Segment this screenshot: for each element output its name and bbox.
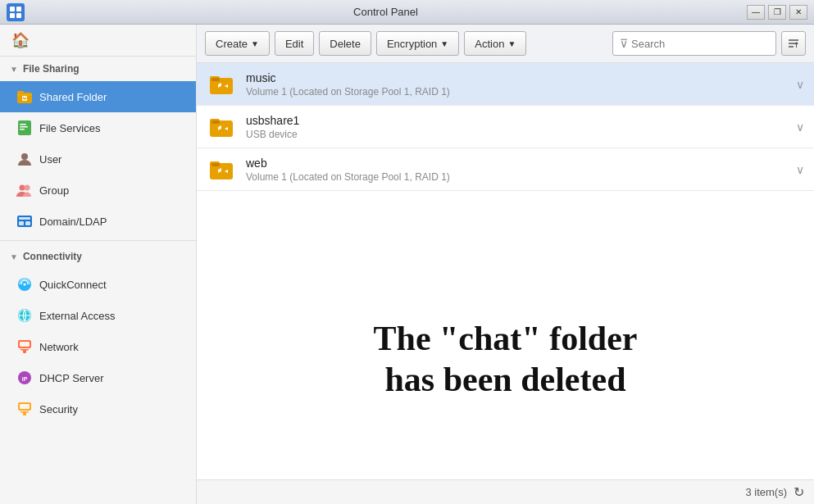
expand-icon-usbshare1[interactable]: ∨ (796, 120, 804, 134)
svg-rect-43 (211, 163, 220, 166)
sidebar-item-user[interactable]: User (0, 143, 196, 175)
sidebar-item-network[interactable]: Network (0, 331, 196, 362)
svg-rect-25 (20, 349, 29, 351)
sidebar-item-quickconnect[interactable]: QuickConnect (0, 269, 196, 300)
folder-info-usbshare1: usbshare1 USB device (246, 114, 789, 140)
svg-rect-29 (20, 404, 30, 409)
svg-rect-8 (20, 124, 26, 125)
svg-rect-9 (20, 126, 28, 128)
folder-name-music: music (246, 71, 789, 84)
sidebar-item-label: Network (39, 341, 79, 353)
quickconnect-icon (16, 276, 33, 293)
create-dropdown-arrow: ▼ (251, 39, 259, 48)
folder-icon-usbshare1-wrap (207, 112, 236, 142)
sidebar: 🏠 ▼ File Sharing Shared Folder (0, 25, 197, 504)
svg-point-12 (20, 185, 25, 191)
content-area: Create ▼ Edit Delete Encryption ▼ Action… (197, 25, 814, 504)
domain-icon (16, 213, 33, 229)
sidebar-divider (0, 240, 196, 241)
encryption-button[interactable]: Encryption ▼ (376, 31, 459, 56)
folder-icon-web-wrap (207, 155, 236, 184)
folder-icon-music-wrap (207, 70, 236, 99)
sidebar-item-shared-folder[interactable]: Shared Folder (0, 81, 196, 112)
svg-rect-7 (18, 120, 31, 135)
restore-button[interactable]: ❐ (768, 5, 786, 20)
delete-button[interactable]: Delete (319, 31, 371, 56)
svg-rect-1 (16, 7, 21, 11)
svg-rect-31 (20, 411, 29, 413)
sidebar-item-file-services[interactable]: File Services (0, 112, 196, 143)
expand-icon-web[interactable]: ∨ (796, 163, 804, 176)
svg-rect-40 (211, 120, 220, 124)
folder-list: music Volume 1 (Located on Storage Pool … (197, 63, 814, 238)
sidebar-item-security[interactable]: Security (0, 393, 196, 425)
sidebar-item-label: External Access (39, 310, 116, 322)
sort-button[interactable] (781, 31, 806, 56)
create-button[interactable]: Create ▼ (205, 31, 270, 56)
user-icon (16, 151, 33, 167)
search-box[interactable]: ⊽ (612, 31, 776, 56)
network-icon (16, 338, 33, 355)
sidebar-item-label: Shared Folder (39, 91, 107, 103)
folder-row-music[interactable]: music Volume 1 (Located on Storage Pool … (197, 63, 814, 106)
svg-text:IP: IP (22, 376, 28, 382)
folder-row-usbshare1[interactable]: usbshare1 USB device ∨ (197, 106, 814, 148)
edit-button[interactable]: Edit (275, 31, 314, 56)
svg-rect-2 (10, 13, 15, 18)
folder-icon-music (208, 71, 234, 98)
window-title: Control Panel (25, 6, 747, 18)
svg-rect-0 (10, 7, 15, 11)
action-button[interactable]: Action ▼ (464, 31, 526, 56)
search-input[interactable] (631, 38, 769, 50)
sidebar-item-label: Group (39, 184, 69, 197)
external-access-icon (16, 307, 33, 324)
minimize-button[interactable]: — (747, 5, 765, 20)
sidebar-item-label: DHCP Server (39, 372, 104, 384)
title-bar: Control Panel — ❐ ✕ (0, 0, 814, 25)
dhcp-icon: IP (16, 370, 33, 386)
sidebar-item-dhcp-server[interactable]: IP DHCP Server (0, 362, 196, 393)
sidebar-home[interactable]: 🏠 (0, 25, 196, 57)
sidebar-section-file-sharing[interactable]: ▼ File Sharing (0, 57, 196, 81)
sidebar-item-label: QuickConnect (39, 279, 107, 291)
svg-point-11 (21, 153, 28, 160)
sidebar-item-external-access[interactable]: External Access (0, 300, 196, 331)
home-icon: 🏠 (11, 31, 30, 49)
svg-point-19 (24, 284, 26, 286)
folder-icon-usbshare1 (208, 114, 234, 140)
chevron-icon: ▼ (10, 252, 18, 261)
svg-rect-30 (23, 412, 26, 415)
svg-point-13 (25, 185, 30, 191)
app-icon (7, 3, 25, 21)
section-label: File Sharing (23, 63, 80, 75)
svg-rect-16 (19, 221, 24, 225)
svg-rect-23 (20, 342, 30, 347)
expand-icon-music[interactable]: ∨ (796, 78, 804, 91)
folder-row-web[interactable]: web Volume 1 (Located on Storage Pool 1,… (197, 148, 814, 191)
sidebar-section-connectivity[interactable]: ▼ Connectivity (0, 244, 196, 269)
action-dropdown-arrow: ▼ (507, 39, 516, 48)
notification-text: The "chat" folder has been deleted (374, 318, 638, 401)
file-services-icon (16, 120, 33, 136)
sidebar-item-domain-ldap[interactable]: Domain/LDAP (0, 206, 196, 237)
security-icon (16, 401, 33, 417)
folder-name-usbshare1: usbshare1 (246, 114, 789, 127)
chevron-icon: ▼ (10, 65, 18, 74)
folder-desc-web: Volume 1 (Located on Storage Pool 1, RAI… (246, 171, 789, 183)
shared-folder-icon (16, 89, 33, 105)
section-label: Connectivity (23, 251, 82, 262)
sidebar-item-group[interactable]: Group (0, 175, 196, 206)
folder-icon-web (208, 157, 234, 183)
sidebar-item-label: Security (39, 403, 78, 415)
status-bar: 3 item(s) ↻ (197, 479, 814, 504)
folder-desc-usbshare1: USB device (246, 129, 789, 140)
svg-rect-5 (17, 91, 24, 94)
group-icon (16, 182, 33, 198)
close-button[interactable]: ✕ (789, 5, 807, 20)
svg-rect-17 (25, 221, 30, 225)
refresh-button[interactable]: ↻ (794, 484, 804, 500)
sort-icon (787, 37, 800, 50)
notification-area: The "chat" folder has been deleted (197, 238, 814, 479)
sidebar-item-label: User (39, 153, 61, 166)
item-count: 3 item(s) (745, 486, 787, 498)
